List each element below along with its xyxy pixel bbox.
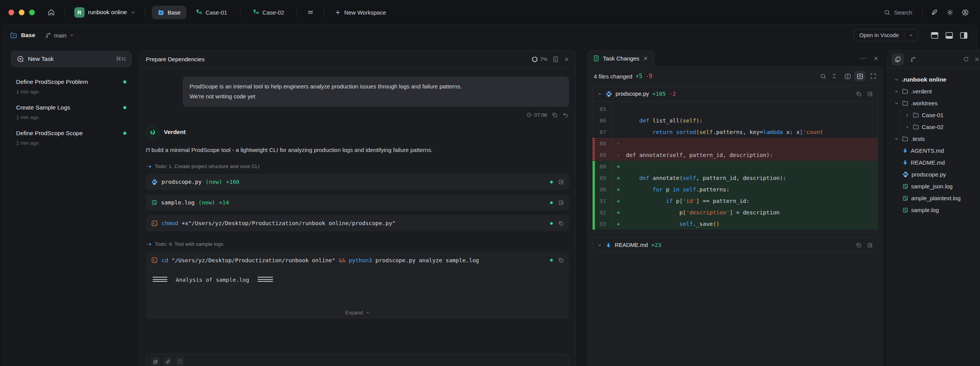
zoom-window-button[interactable] xyxy=(29,10,35,15)
copy-command-icon[interactable] xyxy=(558,257,564,263)
diff-file-name: README.md xyxy=(615,242,648,248)
diff-line[interactable]: 90+ for p in self.patterns: xyxy=(593,184,877,195)
tree-item[interactable]: .worktrees xyxy=(890,97,980,109)
home-icon[interactable] xyxy=(45,6,58,19)
attach-icon[interactable] xyxy=(163,357,172,366)
screenshot-icon[interactable] xyxy=(175,357,185,366)
changed-file-card[interactable]: prodscope.py(new)+160 xyxy=(146,174,569,190)
tab-case-01[interactable]: Case-01 xyxy=(190,6,233,19)
tree-root[interactable]: .runbook online xyxy=(890,74,980,85)
diff-line[interactable]: 88+ xyxy=(593,161,877,172)
tree-item[interactable]: ample_plaintext.log xyxy=(890,192,980,204)
run-command-header[interactable]: cd "/Users/yz/Desktop/Productization/run… xyxy=(146,252,569,269)
chevron-down-icon[interactable] xyxy=(905,30,918,40)
chevron-down-icon[interactable] xyxy=(894,89,899,94)
search-button[interactable]: Search xyxy=(879,6,917,19)
chevron-down-icon xyxy=(69,33,74,38)
chevron-down-icon[interactable] xyxy=(894,77,899,82)
source-control-tab-icon[interactable] xyxy=(907,53,919,65)
task-item[interactable]: Create Sample Logs1 min ago xyxy=(11,100,132,125)
unified-view-icon[interactable] xyxy=(854,71,866,82)
chevron-right-icon[interactable] xyxy=(905,113,910,118)
close-tab-icon[interactable] xyxy=(643,56,648,61)
diff-line[interactable]: 92+ p['description'] = description xyxy=(593,207,877,218)
toggle-top-panel-icon[interactable] xyxy=(928,29,941,41)
task-changes-tab[interactable]: Task Changes xyxy=(587,50,654,66)
diff-line[interactable]: 87 return sorted(self.patterns, key=lamb… xyxy=(593,126,877,138)
diff-line[interactable]: 85 xyxy=(593,103,877,115)
retry-message-icon[interactable] xyxy=(563,112,568,118)
chevron-right-icon[interactable] xyxy=(905,125,910,129)
branch-selector[interactable]: main xyxy=(45,32,74,39)
open-file-icon[interactable] xyxy=(867,242,873,248)
chevron-up-icon[interactable] xyxy=(597,92,602,96)
new-task-label: New Task xyxy=(28,56,54,62)
new-workspace-button[interactable]: New Workspace xyxy=(331,6,390,19)
diff-line[interactable]: 89-def annotate(self, pattern_id, descri… xyxy=(593,149,877,161)
toggle-right-panel-icon[interactable] xyxy=(957,29,970,41)
chmod-command-card[interactable]: chmod +x"/Users/yz/Desktop/Productizatio… xyxy=(146,215,569,231)
tree-item[interactable]: prodscope.py xyxy=(890,168,980,180)
tree-item[interactable]: README.md xyxy=(890,157,980,168)
search-diff-icon[interactable] xyxy=(820,73,826,80)
diff-line[interactable]: 91+ if p['id'] == pattern_id: xyxy=(593,195,877,207)
open-file-icon[interactable] xyxy=(867,91,873,97)
files-tab-icon[interactable] xyxy=(892,53,904,65)
tree-item[interactable]: Case-02 xyxy=(890,121,980,133)
tab-list-menu-icon[interactable] xyxy=(304,6,317,19)
diff-file-header[interactable]: prodscope.py +105 -2 xyxy=(593,86,877,101)
task-item[interactable]: Define ProdScope Problem1 min ago xyxy=(11,74,132,100)
mention-icon[interactable]: @ xyxy=(151,357,160,366)
close-chat-icon[interactable] xyxy=(564,57,569,62)
close-window-button[interactable] xyxy=(8,10,14,15)
minimize-window-button[interactable] xyxy=(19,10,24,15)
diff-line[interactable]: 93+ self._save() xyxy=(593,218,877,230)
message-composer[interactable]: @ xyxy=(146,354,569,366)
diff-line[interactable]: 89+ def annotate(self, pattern_id, descr… xyxy=(593,172,877,184)
files-changed-summary: 4 files changed xyxy=(594,73,632,80)
open-file-icon[interactable] xyxy=(558,179,564,185)
tree-item[interactable]: Case-01 xyxy=(890,109,980,121)
close-tree-icon[interactable] xyxy=(974,57,980,62)
todo-arrow-icon xyxy=(146,164,152,169)
tab-base[interactable]: Base xyxy=(152,6,186,19)
new-task-button[interactable]: New Task ⌘N xyxy=(11,51,132,67)
tree-item[interactable]: sample_json.log xyxy=(890,180,980,192)
chevron-down-icon[interactable] xyxy=(894,101,899,106)
toggle-bottom-panel-icon[interactable] xyxy=(942,29,956,41)
workspace-switcher[interactable]: R runbook online xyxy=(72,5,138,20)
copy-command-icon[interactable] xyxy=(558,221,564,226)
diff-file-header[interactable]: README.md +23 xyxy=(593,237,877,253)
expand-output-button[interactable]: Expand xyxy=(146,306,569,319)
task-item[interactable]: Define ProdScope Scope1 min ago xyxy=(11,125,132,151)
chevron-down-icon[interactable] xyxy=(894,137,899,141)
refresh-icon[interactable] xyxy=(963,56,969,62)
more-options-icon[interactable] xyxy=(860,57,866,59)
diff-line[interactable]: 88- xyxy=(593,138,877,149)
tree-item[interactable]: .verdent xyxy=(890,85,980,97)
code-token: .patterns: xyxy=(696,186,729,193)
tree-item[interactable]: sample.log xyxy=(890,204,980,216)
close-panel-icon[interactable] xyxy=(873,56,879,61)
split-view-icon[interactable] xyxy=(842,71,853,82)
code-token: def xyxy=(639,118,649,124)
copy-message-icon[interactable] xyxy=(552,112,558,118)
feedback-quill-icon[interactable] xyxy=(928,6,941,19)
open-file-icon[interactable] xyxy=(558,200,564,206)
collapse-all-icon[interactable] xyxy=(831,73,837,79)
open-in-vscode-button[interactable]: Open in Vscode xyxy=(854,29,918,41)
changed-file-card[interactable]: sample.log(new)+14 xyxy=(146,194,569,211)
tree-item[interactable]: .tests xyxy=(890,133,980,145)
settings-gear-icon[interactable] xyxy=(943,6,956,19)
divider xyxy=(297,8,297,16)
fullscreen-icon[interactable] xyxy=(870,73,876,79)
diff-file-icon[interactable] xyxy=(553,56,559,62)
copy-file-icon[interactable] xyxy=(856,242,862,248)
copy-file-icon[interactable] xyxy=(856,91,862,97)
chevron-down-icon[interactable] xyxy=(597,243,602,248)
tree-item[interactable]: AGENTS.md xyxy=(890,145,980,157)
chat-scroll-area[interactable]: ProdScope is an internal tool to help en… xyxy=(140,68,575,366)
diff-line[interactable]: 86 def list_all(self): xyxy=(593,115,877,126)
account-avatar-icon[interactable] xyxy=(959,6,972,19)
tab-case-02[interactable]: Case-02 xyxy=(247,6,290,19)
